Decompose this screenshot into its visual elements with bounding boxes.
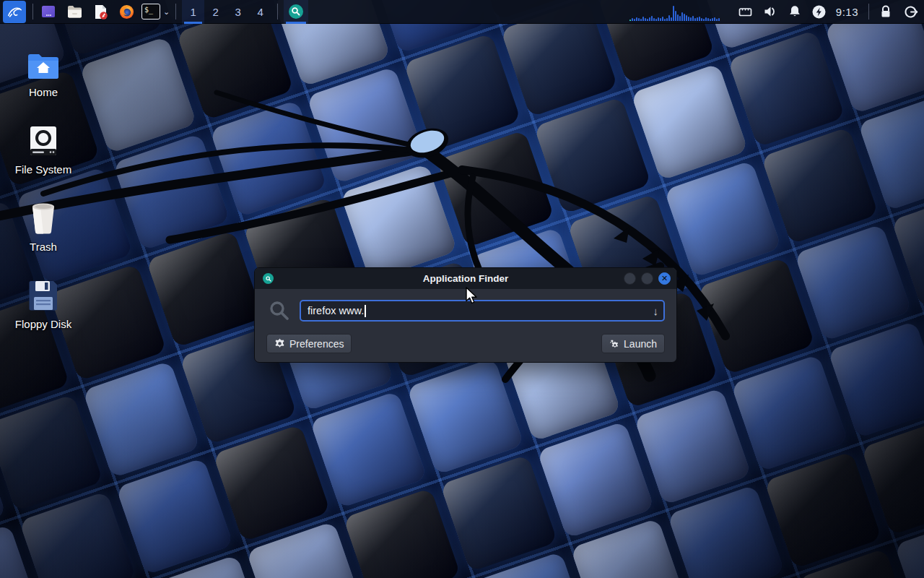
power-manager-tray-button[interactable] [810, 2, 829, 21]
panel-separator [868, 4, 869, 20]
preferences-button[interactable]: Preferences [266, 334, 352, 353]
button-row: Preferences Launch [266, 334, 665, 353]
volume-tray-button[interactable] [761, 2, 780, 21]
terminal-icon: $_ [141, 4, 160, 20]
logout-button[interactable] [901, 2, 920, 21]
search-input[interactable]: firefox www. ↓ [300, 300, 665, 322]
window-title: Application Finder [255, 273, 676, 284]
workspace-2-label: 2 [213, 6, 219, 18]
application-finder-window: Application Finder ✕ firefox www. ↓ [254, 267, 677, 363]
launch-label: Launch [624, 338, 657, 350]
workspace-2[interactable]: 2 [204, 0, 227, 24]
workspace-3[interactable]: 3 [227, 0, 249, 24]
arrow-down-icon[interactable]: ↓ [653, 302, 659, 320]
workspace-1[interactable]: 1 [182, 0, 204, 24]
firefox-icon [118, 4, 135, 20]
search-row: firefox www. ↓ [266, 299, 665, 322]
lock-screen-button[interactable] [876, 2, 895, 21]
desktop-icon-label: File System [15, 163, 71, 176]
panel-clock[interactable]: 9:13 [836, 6, 858, 18]
minimize-button[interactable] [624, 272, 636, 285]
volume-icon [762, 4, 778, 20]
desktop-icon-column: Home File System Trash [6, 36, 81, 345]
maximize-button[interactable] [641, 272, 653, 285]
workspace-3-label: 3 [235, 6, 241, 18]
desktop-icon-trash[interactable]: Trash [6, 191, 81, 263]
gear-icon [274, 338, 285, 349]
notifications-tray-button[interactable] [785, 2, 804, 21]
launch-icon [609, 339, 619, 349]
chevron-down-icon[interactable]: ⌄ [163, 7, 170, 17]
panel-right-section: 9:13 [629, 2, 921, 21]
search-icon [268, 299, 291, 322]
panel-separator [277, 4, 278, 20]
close-icon: ✕ [661, 275, 668, 282]
file-manager-launcher[interactable] [64, 1, 85, 23]
terminal-prompt: $_ [144, 6, 153, 14]
home-folder-icon [27, 52, 60, 79]
titlebar[interactable]: Application Finder ✕ [255, 268, 676, 289]
finder-body: firefox www. ↓ Preferences Launch [255, 289, 676, 362]
launch-button[interactable]: Launch [601, 334, 665, 353]
desktop-icon-label: Trash [30, 241, 57, 253]
desktop-icon-label: Home [29, 86, 58, 98]
lock-icon [879, 4, 893, 19]
terminal-launcher[interactable]: $_ ⌄ [141, 1, 170, 23]
power-manager-icon [811, 4, 827, 20]
app-finder-taskbar-button[interactable] [284, 0, 308, 24]
preferences-label: Preferences [289, 338, 344, 350]
panel-separator [175, 4, 176, 20]
network-icon [738, 4, 753, 20]
text-editor-launcher[interactable] [90, 1, 111, 23]
desktop-icon-label: Floppy Disk [15, 318, 71, 330]
app-finder-taskbar-icon [288, 4, 304, 20]
close-button[interactable]: ✕ [658, 272, 671, 285]
window-controls: ✕ [624, 272, 671, 285]
file-manager-icon [66, 4, 83, 20]
kali-menu-icon [6, 4, 22, 20]
desktop-icon-file-system[interactable]: File System [6, 113, 81, 186]
floppy-disk-icon [28, 280, 58, 311]
logout-icon [903, 4, 918, 20]
app-finder-icon [263, 273, 274, 284]
applications-menu-button[interactable] [3, 1, 26, 23]
network-tray-button[interactable] [736, 2, 755, 21]
display-launcher[interactable] [38, 1, 59, 23]
workspace-4[interactable]: 4 [249, 0, 271, 24]
search-input-value: firefox www. [308, 305, 364, 316]
firefox-launcher[interactable] [116, 1, 137, 23]
file-system-icon [29, 125, 58, 157]
notifications-icon [788, 4, 802, 19]
desktop-icon-floppy-disk[interactable]: Floppy Disk [6, 268, 81, 340]
display-icon [40, 4, 56, 20]
workspace-4-label: 4 [258, 6, 263, 18]
netload-graph [629, 2, 722, 21]
desktop-icon-home[interactable]: Home [6, 36, 81, 108]
text-editor-icon [92, 4, 109, 20]
text-caret [365, 305, 366, 317]
top-panel: $_ ⌄ 1 2 3 4 [0, 0, 924, 24]
panel-separator [32, 4, 33, 20]
workspace-1-label: 1 [191, 6, 196, 18]
trash-icon [28, 201, 58, 234]
